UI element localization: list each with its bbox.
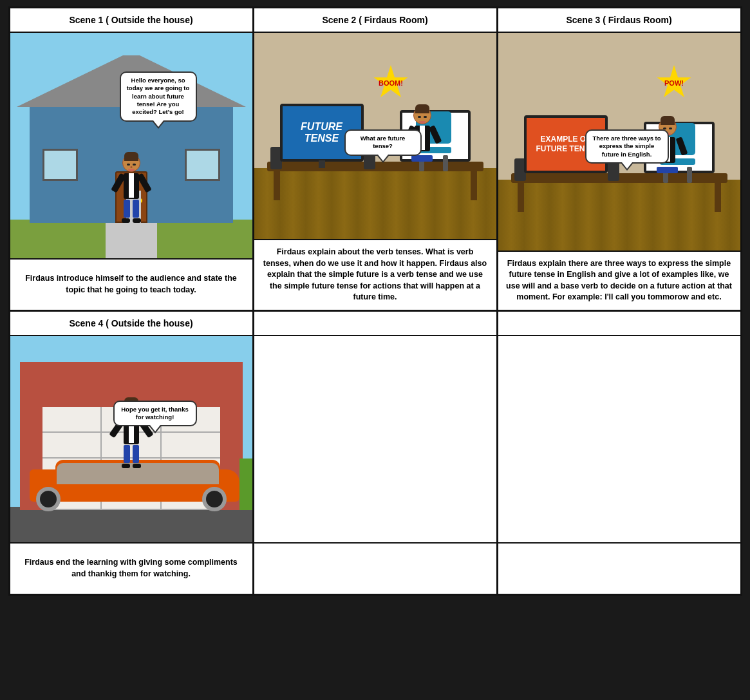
storyboard: Scene 1 ( Outside the house) <box>8 6 742 596</box>
character-scene1 <box>115 154 147 223</box>
character-feet <box>122 218 141 223</box>
scene-4-background: Hope you get it, thanks for watching! <box>10 336 252 542</box>
speech-bubble-4: Hope you get it, thanks for watching! <box>113 401 197 427</box>
scene-5-cell <box>254 312 498 594</box>
desk-leg-l-s3 <box>518 180 524 212</box>
speech-bubble-2: What are future tense? <box>344 129 422 156</box>
scene-2-background: FUTURE TENSE BOOM! <box>254 33 496 239</box>
grass-right <box>239 459 252 510</box>
scene-1-image: Hello everyone, so today we are going to… <box>10 33 252 258</box>
scene-3-header: Scene 3 ( Firdaus Room) <box>498 8 740 33</box>
character-body <box>124 173 139 199</box>
character-feet-s4 <box>122 464 141 468</box>
path <box>106 223 157 258</box>
scene-3-caption: Firdaus explain there are three ways to … <box>498 251 740 310</box>
scene-3-background: EXAMPLE OF FUTURE TENSE POW! <box>498 33 740 251</box>
scene-1-background: Hello everyone, so today we are going to… <box>10 33 252 258</box>
character-sitting-legs-s3 <box>660 164 675 176</box>
monitor-stand <box>319 160 325 168</box>
desk-leg-right <box>471 168 477 200</box>
scene-1-caption: Firdaus introduce himself to the audienc… <box>10 258 252 310</box>
character-legs <box>124 200 139 218</box>
character-hair-s3 <box>661 116 675 125</box>
scene-4-caption: Firdaus end the learning with giving som… <box>10 542 252 594</box>
scene-5-image <box>254 336 496 542</box>
speech-bubble-3: There are three ways to express the simp… <box>585 129 669 164</box>
scene-2-caption: Firdaus explain about the verb tenses. W… <box>254 239 496 310</box>
scene-4-cell: Scene 4 ( Outside the house) <box>10 312 254 594</box>
scene-6-cell <box>498 312 740 594</box>
scene-2-header: Scene 2 ( Firdaus Room) <box>254 8 496 33</box>
scene-4-image: Hope you get it, thanks for watching! <box>10 336 252 542</box>
desk-leg-r-s3 <box>715 180 721 212</box>
scene-5-header <box>254 312 496 336</box>
desk-leg-left <box>274 168 280 200</box>
row-2: Scene 4 ( Outside the house) <box>10 312 740 594</box>
speech-bubble-1: Hello everyone, so today we are going to… <box>120 71 197 122</box>
scene-6-caption <box>498 542 740 594</box>
scene-3-image: EXAMPLE OF FUTURE TENSE POW! <box>498 33 740 251</box>
scene-5-caption <box>254 542 496 594</box>
character-legs-s4 <box>124 445 139 463</box>
scene-6-header <box>498 312 740 336</box>
house-window-left <box>42 149 78 181</box>
character-head <box>122 154 140 172</box>
floor <box>254 168 496 239</box>
scene-6-image <box>498 336 740 542</box>
house-window-right <box>185 149 220 181</box>
scene-4-header: Scene 4 ( Outside the house) <box>10 312 252 336</box>
scene-2-cell: Scene 2 ( Firdaus Room) FUTURE TENSE <box>254 8 498 310</box>
pow-badge: POW! <box>657 65 692 100</box>
scene-3-cell: Scene 3 ( Firdaus Room) EXAMPLE OF FUTUR <box>498 8 740 310</box>
character-head-s2 <box>413 106 431 124</box>
boom-badge: BOOM! <box>373 65 409 100</box>
scene-2-image: FUTURE TENSE BOOM! <box>254 33 496 239</box>
scene-1-cell: Scene 1 ( Outside the house) <box>10 8 254 310</box>
character-hair-s2 <box>415 104 429 113</box>
scene-1-header: Scene 1 ( Outside the house) <box>10 8 252 33</box>
character-hair <box>124 152 138 161</box>
row-1: Scene 1 ( Outside the house) <box>10 8 740 312</box>
floor-s3 <box>498 180 740 251</box>
